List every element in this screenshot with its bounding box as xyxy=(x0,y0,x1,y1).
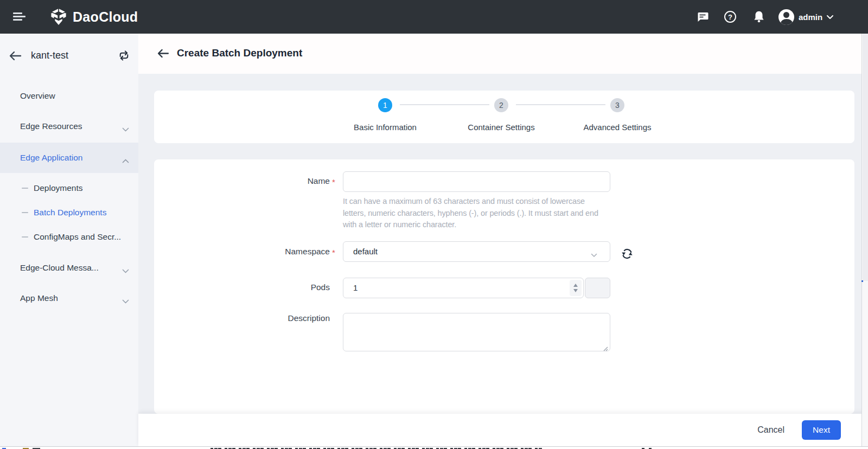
sidebar-item-edge-application[interactable]: Edge Application xyxy=(0,143,138,173)
cancel-button[interactable]: Cancel xyxy=(757,425,784,435)
workspace-switch-icon[interactable] xyxy=(118,49,130,64)
resize-handle[interactable] xyxy=(603,344,608,349)
background-window-strip xyxy=(0,446,868,449)
chat-icon[interactable] xyxy=(696,0,709,34)
brand: DaoCloud xyxy=(49,0,138,34)
page-back-icon[interactable] xyxy=(157,49,169,60)
page-title: Create Batch Deployment xyxy=(177,47,302,59)
workspace-back-icon[interactable] xyxy=(9,51,22,63)
description-textarea[interactable] xyxy=(343,313,610,351)
scrollbar[interactable] xyxy=(861,34,868,446)
step-3-label: Advanced Settings xyxy=(563,123,672,132)
pods-label: Pods xyxy=(189,283,330,292)
chevron-down-icon xyxy=(122,266,129,275)
daocloud-logo-icon xyxy=(49,8,68,27)
sidebar-item-overview[interactable]: Overview xyxy=(0,81,138,111)
scrollbar-thumb[interactable] xyxy=(863,34,868,281)
name-help-text: It can have a maximum of 63 characters a… xyxy=(343,196,598,231)
user-name: admin xyxy=(799,0,822,34)
next-button[interactable]: Next xyxy=(802,420,841,440)
namespace-label: Namespace xyxy=(189,247,330,256)
chevron-down-icon xyxy=(122,296,129,306)
refresh-namespaces-icon[interactable] xyxy=(621,248,633,260)
pods-input[interactable]: 1 xyxy=(343,278,584,298)
help-icon[interactable]: ? xyxy=(724,0,736,34)
avatar[interactable] xyxy=(778,0,794,34)
step-1-circle: 1 xyxy=(378,98,392,112)
pods-stepper[interactable] xyxy=(570,280,582,296)
increment-icon[interactable] xyxy=(573,284,578,287)
namespace-required-asterisk: * xyxy=(332,248,339,257)
sidebar-item-edge-resources[interactable]: Edge Resources xyxy=(0,111,138,142)
name-label: Name xyxy=(189,176,330,186)
brand-name: DaoCloud xyxy=(73,9,138,25)
step-3-circle: 3 xyxy=(610,98,624,112)
workspace-name: kant-test xyxy=(31,50,68,61)
step-connector xyxy=(516,104,605,105)
sidebar: kant-test Overview Edge Resources Edge A… xyxy=(0,34,138,446)
namespace-select[interactable]: default xyxy=(343,241,610,262)
user-chevron-down-icon[interactable] xyxy=(826,0,834,34)
screen: DaoCloud ? admin kant-test Overview Edge… xyxy=(0,0,868,449)
sidebar-item-batch-deployments[interactable]: Batch Deployments xyxy=(0,201,138,224)
sidebar-item-edge-cloud-message[interactable]: Edge-Cloud Messa... xyxy=(0,253,138,283)
step-2-label: Container Settings xyxy=(447,123,556,132)
decrement-icon[interactable] xyxy=(573,289,578,292)
name-input[interactable] xyxy=(343,171,610,192)
step-connector xyxy=(400,104,489,105)
pods-unit-addon xyxy=(585,278,610,298)
hamburger-menu-icon[interactable] xyxy=(13,12,26,21)
sidebar-item-app-mesh[interactable]: App Mesh xyxy=(0,283,138,313)
sidebar-item-deployments[interactable]: Deployments xyxy=(0,176,138,200)
form-footer: Cancel Next xyxy=(138,414,868,446)
notifications-bell-icon[interactable] xyxy=(752,0,766,34)
chevron-up-icon xyxy=(122,156,129,165)
topbar: DaoCloud ? admin xyxy=(0,0,868,34)
chevron-down-icon xyxy=(122,124,129,134)
page-header: Create Batch Deployment xyxy=(138,34,868,74)
step-1-label: Basic Information xyxy=(331,123,439,132)
select-chevron-down-icon xyxy=(591,250,597,260)
description-label: Description xyxy=(189,313,330,323)
scrollbar-marker xyxy=(861,280,863,282)
sidebar-item-configmaps-secrets[interactable]: ConfigMaps and Secr... xyxy=(0,225,138,249)
step-2-circle: 2 xyxy=(494,98,508,112)
name-required-asterisk: * xyxy=(332,177,339,187)
